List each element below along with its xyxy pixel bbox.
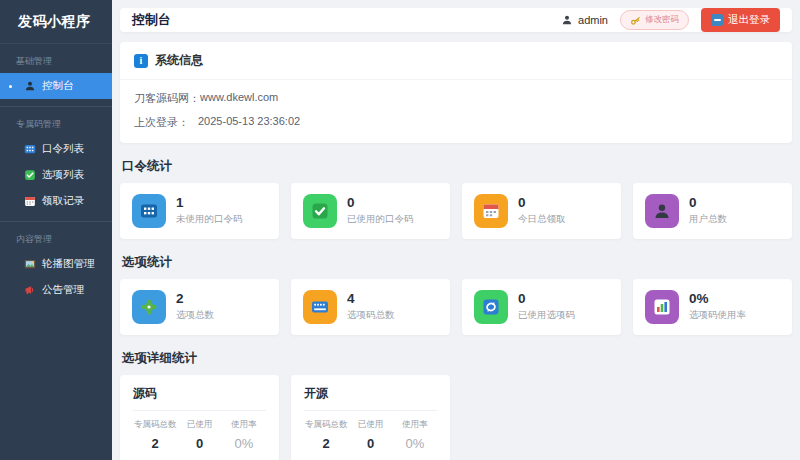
info-icon — [134, 54, 148, 68]
sidebar-item-announcements[interactable]: 公告管理 — [0, 277, 112, 303]
stat-text: 4 选项码总数 — [347, 292, 395, 323]
column-value: 0% — [393, 436, 437, 451]
section-title-password-stats: 口令统计 — [122, 158, 790, 175]
detail-card-title: 开源 — [304, 385, 437, 402]
check-icon — [303, 194, 337, 228]
sidebar-item-label: 公告管理 — [42, 283, 84, 297]
keypad-icon — [24, 143, 36, 155]
stat-card-total-options: 2 选项总数 — [120, 279, 279, 335]
stat-card-usage-rate: 0% 选项码使用率 — [633, 279, 792, 335]
stat-label: 用户总数 — [689, 213, 727, 226]
change-password-label: 修改密码 — [645, 14, 679, 26]
user-icon — [645, 194, 679, 228]
divider — [304, 410, 437, 411]
stat-value: 0 — [689, 196, 727, 211]
main-content: 控制台 admin 修改密码 退出登录 系统信息 刀客源码网： www.dk — [112, 0, 800, 460]
logout-minus-icon — [711, 14, 723, 26]
info-value: 2025-05-13 23:36:02 — [198, 115, 300, 130]
column-value: 0 — [177, 436, 221, 451]
stat-label: 选项总数 — [176, 309, 214, 322]
column-header: 使用率 — [222, 419, 266, 431]
puzzle-icon — [132, 290, 166, 324]
column-header: 已使用 — [177, 419, 221, 431]
section-title-option-detail: 选项详细统计 — [122, 350, 790, 367]
refresh-icon — [474, 290, 508, 324]
detail-card-source: 源码 专属码总数 已使用 使用率 2 0 0% — [120, 375, 279, 460]
stat-card-used-codes: 0 已使用的口令码 — [291, 183, 450, 239]
stat-text: 0 用户总数 — [689, 196, 727, 227]
stat-label: 已使用的口令码 — [347, 213, 414, 226]
stat-text: 0 已使用的口令码 — [347, 196, 414, 227]
column-header: 专属码总数 — [304, 419, 348, 431]
column-value: 0 — [348, 436, 392, 451]
detail-card-opensource: 开源 专属码总数 已使用 使用率 2 0 0% — [291, 375, 450, 460]
calendar-icon — [474, 194, 508, 228]
topbar: 控制台 admin 修改密码 退出登录 — [120, 8, 792, 32]
logout-label: 退出登录 — [728, 13, 770, 27]
app-title: 发码小程序 — [0, 0, 112, 44]
console-user-icon — [24, 80, 36, 92]
sidebar-item-label: 控制台 — [42, 79, 74, 93]
stat-card-today-claims: 0 今日总领取 — [462, 183, 621, 239]
user-menu[interactable]: admin — [561, 14, 608, 26]
stat-value: 4 — [347, 292, 395, 307]
stat-text: 2 选项总数 — [176, 292, 214, 323]
detail-columns: 专属码总数 已使用 使用率 2 0 0% — [133, 419, 266, 451]
stat-label: 已使用选项码 — [518, 309, 575, 322]
password-stats-grid: 1 未使用的口令码 0 已使用的口令码 0 今日总领取 — [120, 183, 792, 239]
stat-label: 今日总领取 — [518, 213, 566, 226]
stat-value: 0% — [689, 292, 746, 307]
active-bullet — [9, 85, 12, 88]
detail-columns: 专属码总数 已使用 使用率 2 0 0% — [304, 419, 437, 451]
sidebar-item-password-list[interactable]: 口令列表 — [0, 136, 112, 162]
sidebar-section-content: 内容管理 — [0, 222, 112, 251]
sidebar-item-console[interactable]: 控制台 — [0, 73, 112, 99]
stat-value: 1 — [176, 196, 243, 211]
picture-icon — [24, 258, 36, 270]
system-info-header: 系统信息 — [120, 42, 792, 80]
bar-chart-icon — [645, 290, 679, 324]
stat-value: 0 — [518, 196, 566, 211]
user-icon — [561, 14, 573, 26]
divider — [133, 410, 266, 411]
column-value: 2 — [304, 436, 348, 451]
logout-button[interactable]: 退出登录 — [701, 8, 780, 32]
sidebar-item-label: 轮播图管理 — [42, 257, 95, 271]
stat-text: 0% 选项码使用率 — [689, 292, 746, 323]
column-header: 使用率 — [393, 419, 437, 431]
sidebar-section-codes: 专属码管理 — [0, 107, 112, 136]
column-value: 2 — [133, 436, 177, 451]
username: admin — [578, 14, 608, 26]
sidebar-item-option-list[interactable]: 选项列表 — [0, 162, 112, 188]
option-stats-grid: 2 选项总数 4 选项码总数 0 已使用选项码 — [120, 279, 792, 335]
info-label: 刀客源码网： — [134, 91, 200, 106]
column-header: 专属码总数 — [133, 419, 177, 431]
megaphone-icon — [24, 284, 36, 296]
stat-text: 0 已使用选项码 — [518, 292, 575, 323]
keyboard-icon — [303, 290, 337, 324]
stat-text: 0 今日总领取 — [518, 196, 566, 227]
section-title-option-stats: 选项统计 — [122, 254, 790, 271]
stat-card-unused-codes: 1 未使用的口令码 — [120, 183, 279, 239]
sidebar-item-label: 领取记录 — [42, 194, 84, 208]
column-header: 已使用 — [348, 419, 392, 431]
sidebar: 发码小程序 基础管理 控制台 专属码管理 口令列表 选项列表 领取记录 内容管理… — [0, 0, 112, 460]
sidebar-item-claim-records[interactable]: 领取记录 — [0, 188, 112, 214]
option-detail-grid: 源码 专属码总数 已使用 使用率 2 0 0% 开源 专属码总数 已使用 使用率… — [120, 375, 792, 460]
stat-card-used-option-codes: 0 已使用选项码 — [462, 279, 621, 335]
system-info-card: 系统信息 刀客源码网： www.dkewl.com 上次登录： 2025-05-… — [120, 42, 792, 143]
stat-value: 0 — [347, 196, 414, 211]
change-password-button[interactable]: 修改密码 — [620, 10, 689, 30]
stat-card-total-users: 0 用户总数 — [633, 183, 792, 239]
stat-card-total-option-codes: 4 选项码总数 — [291, 279, 450, 335]
keypad-icon — [132, 194, 166, 228]
sidebar-section-basic: 基础管理 — [0, 44, 112, 73]
sidebar-item-label: 选项列表 — [42, 168, 84, 182]
stat-text: 1 未使用的口令码 — [176, 196, 243, 227]
sidebar-item-label: 口令列表 — [42, 142, 84, 156]
sidebar-item-carousel[interactable]: 轮播图管理 — [0, 251, 112, 277]
info-value: www.dkewl.com — [200, 91, 278, 106]
check-icon — [24, 169, 36, 181]
system-info-body: 刀客源码网： www.dkewl.com 上次登录： 2025-05-13 23… — [120, 80, 792, 143]
stat-value: 0 — [518, 292, 575, 307]
